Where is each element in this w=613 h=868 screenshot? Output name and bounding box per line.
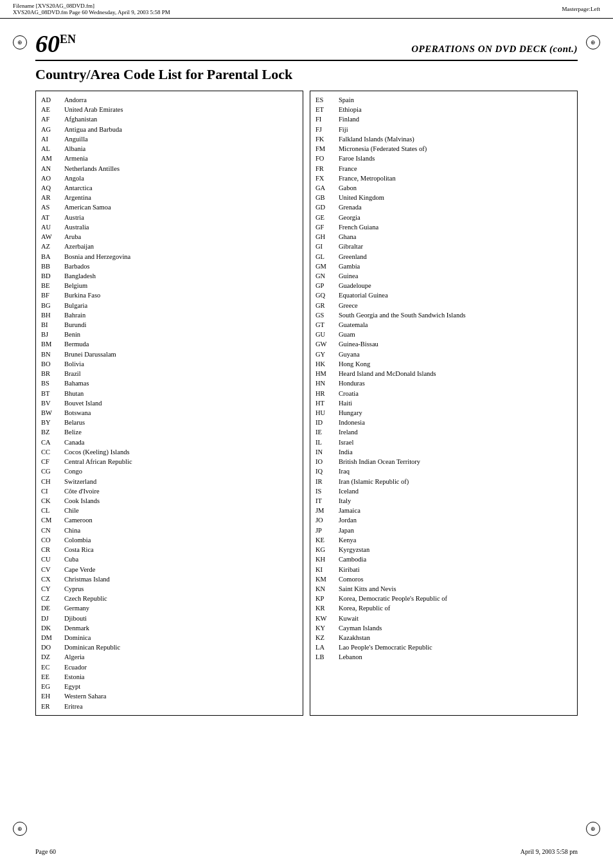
table-row: GAGabon <box>315 183 572 193</box>
country-code: BT <box>41 389 59 398</box>
table-row: DKDenmark <box>41 623 298 633</box>
country-code: HK <box>315 359 333 369</box>
country-code: IE <box>315 427 333 437</box>
country-code: CN <box>41 526 59 535</box>
country-code: HU <box>315 408 333 418</box>
country-name: Iran (Islamic Republic of) <box>339 477 572 486</box>
country-code: GA <box>315 183 333 193</box>
country-code: BA <box>41 252 59 261</box>
country-code: GE <box>315 213 333 222</box>
country-code: BG <box>41 301 59 310</box>
country-name: Greenland <box>339 252 572 261</box>
table-row: FOFaroe Islands <box>315 154 572 163</box>
country-code: GM <box>315 261 333 271</box>
country-code: JO <box>315 515 333 525</box>
table-row: KZKazakhstan <box>315 633 572 642</box>
table-row: AQAntarctica <box>41 183 298 193</box>
bottom-footer: Page 60 April 9, 2003 5:58 pm <box>35 848 578 855</box>
table-row: GDGrenada <box>315 202 572 212</box>
country-code: AW <box>41 232 59 242</box>
country-code: AQ <box>41 183 59 193</box>
country-code: IO <box>315 457 333 466</box>
country-name: Brunei Darussalam <box>64 350 298 359</box>
country-code: FM <box>315 144 333 154</box>
country-name: India <box>339 447 572 457</box>
table-row: IRIran (Islamic Republic of) <box>315 477 572 486</box>
country-name: British Indian Ocean Territory <box>339 457 572 466</box>
country-name: Greece <box>339 301 572 310</box>
table-row: AMArmenia <box>41 154 298 163</box>
table-row: JOJordan <box>315 515 572 525</box>
country-name: Fiji <box>339 125 572 134</box>
reg-mark-br: ⊕ <box>586 822 600 836</box>
country-name: Côte d'Ivoire <box>64 486 298 496</box>
country-name: Guatemala <box>339 320 572 330</box>
country-name: China <box>64 526 298 535</box>
table-row: GSSouth Georgia and the South Sandwich I… <box>315 310 572 320</box>
country-name: Italy <box>339 496 572 506</box>
country-code: BM <box>41 339 59 349</box>
table-row: GQEquatorial Guinea <box>315 290 572 300</box>
country-name: Bosnia and Herzegovina <box>64 252 298 261</box>
country-code: GP <box>315 281 333 290</box>
table-row: HKHong Kong <box>315 359 572 369</box>
country-code: FI <box>315 114 333 124</box>
table-row: AIAnguilla <box>41 134 298 144</box>
country-code: CF <box>41 457 59 466</box>
country-name: Bahrain <box>64 310 298 320</box>
country-code: KI <box>315 565 333 574</box>
country-name: Belize <box>64 427 298 437</box>
country-code: ET <box>315 105 333 114</box>
country-code: CI <box>41 486 59 496</box>
country-code: CY <box>41 584 59 594</box>
operations-title: OPERATIONS ON DVD DECK (cont.) <box>411 44 578 55</box>
country-name: Bahamas <box>64 378 298 388</box>
country-name: Belarus <box>64 418 298 427</box>
table-row: BWBotswana <box>41 408 298 418</box>
country-name: Antigua and Barbuda <box>64 125 298 134</box>
country-code: EH <box>41 691 59 701</box>
country-name: Germany <box>64 603 298 613</box>
country-name: Dominica <box>64 633 298 642</box>
country-code: FJ <box>315 125 333 134</box>
country-code: DJ <box>41 614 59 623</box>
table-row: ARArgentina <box>41 193 298 202</box>
country-code: KY <box>315 623 333 633</box>
country-name: Comoros <box>339 574 572 584</box>
country-code: CC <box>41 447 59 457</box>
header-filename: Filename [XVS20AG_08DVD.fm] <box>13 3 170 9</box>
table-row: IDIndonesia <box>315 418 572 427</box>
table-row: GIGibraltar <box>315 242 572 251</box>
table-row: ETEthiopia <box>315 105 572 114</box>
table-row: CVCape Verde <box>41 565 298 574</box>
country-name: Albania <box>64 144 298 154</box>
country-code: GB <box>315 193 333 202</box>
country-code: GD <box>315 202 333 212</box>
country-name: Cayman Islands <box>339 623 572 633</box>
country-name: Faroe Islands <box>339 154 572 163</box>
country-code: IQ <box>315 466 333 476</box>
country-code: CH <box>41 477 59 486</box>
country-name: Gabon <box>339 183 572 193</box>
country-code: KE <box>315 535 333 545</box>
country-name: Dominican Republic <box>64 642 298 652</box>
country-name: Djibouti <box>64 614 298 623</box>
country-name: Bermuda <box>64 339 298 349</box>
country-code: IN <box>315 447 333 457</box>
page: Filename [XVS20AG_08DVD.fm] XVS20AG_08DV… <box>0 0 613 868</box>
country-code: GW <box>315 339 333 349</box>
country-code: FK <box>315 134 333 144</box>
country-code: GT <box>315 320 333 330</box>
country-code: AF <box>41 114 59 124</box>
table-row: COColombia <box>41 535 298 545</box>
country-name: Hungary <box>339 408 572 418</box>
country-code: KZ <box>315 633 333 642</box>
table-row: CFCentral African Republic <box>41 457 298 466</box>
country-code: BI <box>41 320 59 330</box>
country-code: EG <box>41 682 59 691</box>
country-code: KR <box>315 603 333 613</box>
country-name: Grenada <box>339 202 572 212</box>
table-row: EGEgypt <box>41 682 298 691</box>
table-row: KPKorea, Democratic People's Republic of <box>315 594 572 603</box>
table-row: DJDjibouti <box>41 614 298 623</box>
